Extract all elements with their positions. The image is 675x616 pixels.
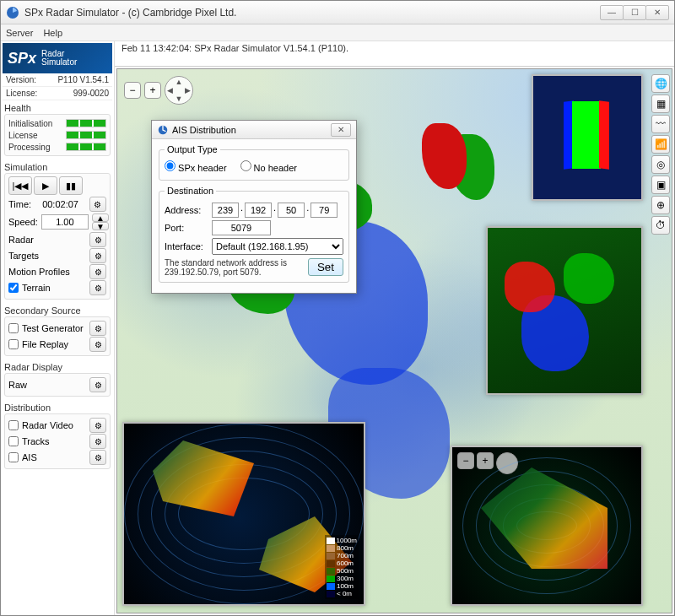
dialog-close-button[interactable]: ✕ [331, 123, 351, 137]
license-label: License: [6, 89, 37, 98]
sim-radar-config[interactable]: ⚙ [89, 232, 106, 247]
display-raw-label: Raw [8, 380, 27, 390]
health-init: Initialisation [8, 119, 52, 128]
inset-target-view[interactable] [532, 74, 643, 201]
dist-ais-label: AIS [22, 452, 37, 462]
time-label: Time: [8, 199, 31, 209]
sim-radar-label: Radar [8, 235, 34, 245]
speed-label: Speed: [8, 217, 38, 227]
output-type-group: Output Type SPx header No header [159, 144, 349, 181]
replay-check[interactable] [8, 339, 19, 349]
time-value: 00:02:07 [42, 199, 78, 209]
dist-video-label: Radar Video [22, 420, 73, 430]
speed-down-button[interactable]: ▼ [92, 222, 109, 230]
layers-icon[interactable]: ▦ [651, 95, 670, 113]
radar-icon[interactable]: ◎ [651, 155, 670, 174]
dist-title: Distribution [3, 400, 112, 413]
testgen-check[interactable] [8, 323, 19, 333]
elevation-legend: 1000m 800m 700m 600m 500m 300m 100m < 0m [325, 535, 359, 599]
zoom-in-button[interactable]: + [144, 82, 161, 99]
globe-icon[interactable]: 🌐 [651, 74, 670, 93]
app-window: SPx Radar Simulator - (c) Cambridge Pixe… [0, 0, 675, 616]
replay-config[interactable]: ⚙ [89, 337, 106, 352]
menu-help[interactable]: Help [43, 28, 62, 38]
banner-line2: Simulator [41, 58, 77, 67]
testgen-config[interactable]: ⚙ [89, 321, 106, 336]
dist-section: Radar Video⚙ Tracks⚙ AIS⚙ [4, 413, 111, 469]
sim-terrain-check[interactable] [8, 283, 19, 293]
main: Feb 11 13:42:04: SPx Radar Simulator V1.… [115, 41, 674, 615]
dist-tracks-check[interactable] [8, 436, 19, 446]
dist-video-config[interactable]: ⚙ [89, 418, 106, 433]
destination-note: The standard network address is 239.192.… [165, 258, 303, 277]
menu-server[interactable]: Server [6, 28, 33, 38]
play-button[interactable]: ▶ [34, 176, 57, 195]
window-title: SPx Radar Simulator - (c) Cambridge Pixe… [24, 7, 601, 19]
sim-motion-label: Motion Profiles [8, 267, 70, 277]
replay-label: File Replay [22, 339, 68, 349]
dist-ais-config[interactable]: ⚙ [89, 450, 106, 465]
health-title: Health [3, 100, 112, 114]
display-title: Radar Display [3, 359, 112, 373]
inset-ppi-primary[interactable]: 1000m 800m 700m 600m 500m 300m 100m < 0m [122, 422, 365, 606]
display-section: Raw⚙ [4, 373, 111, 397]
sim-targets-label: Targets [8, 251, 39, 261]
dialog-icon [157, 124, 169, 136]
testgen-label: Test Generator [22, 323, 84, 333]
port-input[interactable] [212, 220, 271, 235]
sim-motion-config[interactable]: ⚙ [89, 264, 106, 279]
close-button[interactable]: ✕ [645, 5, 669, 20]
map-area[interactable]: − + ▲▼▶◀ 🌐 ▦ 〰 📶 ◎ ▣ ⊕ ⏱ [116, 68, 672, 613]
maximize-button[interactable]: ☐ [623, 5, 646, 20]
ppi2-zoom-in[interactable]: + [477, 452, 494, 469]
dialog-title: AIS Distribution [172, 125, 332, 135]
sidebar: SPx Radar Simulator Version: P110 V1.54.… [1, 41, 115, 615]
bounds-icon[interactable]: ▣ [651, 176, 670, 194]
path-icon[interactable]: 〰 [651, 115, 670, 133]
wifi-icon[interactable]: 📶 [651, 135, 670, 154]
minimize-button[interactable]: — [600, 5, 624, 20]
speed-up-button[interactable]: ▲ [92, 213, 109, 222]
set-button[interactable]: Set [308, 258, 343, 276]
dist-tracks-config[interactable]: ⚙ [89, 434, 106, 449]
version-label: Version: [6, 75, 36, 84]
gauge-icon[interactable]: ⏱ [651, 216, 670, 235]
pause-button[interactable]: ▮▮ [59, 176, 83, 195]
sim-targets-config[interactable]: ⚙ [89, 248, 106, 263]
sim-terrain-config[interactable]: ⚙ [89, 280, 106, 295]
health-license: License [8, 131, 37, 140]
pan-compass[interactable]: ▲▼▶◀ [165, 76, 193, 105]
addr-octet-1[interactable] [212, 203, 239, 218]
display-raw-config[interactable]: ⚙ [89, 377, 106, 392]
destination-group: Destination Address: . . . [159, 186, 349, 283]
log-bar: Feb 11 13:42:04: SPx Radar Simulator V1.… [115, 41, 674, 67]
radio-no-header[interactable]: No header [240, 160, 297, 173]
sim-title: Simulation [3, 159, 112, 173]
addr-octet-3[interactable] [278, 203, 305, 218]
product-banner: SPx Radar Simulator [3, 43, 112, 73]
interface-select[interactable]: Default (192.168.1.95) [212, 238, 343, 255]
address-input: . . . [212, 203, 338, 218]
dist-ais-check[interactable] [8, 452, 19, 462]
time-config-button[interactable]: ⚙ [89, 197, 106, 212]
radio-spx-header[interactable]: SPx header [165, 160, 227, 173]
ppi2-zoom-out[interactable]: − [457, 452, 474, 469]
rewind-button[interactable]: |◀◀ [8, 176, 32, 195]
interface-label: Interface: [165, 241, 207, 251]
output-type-legend: Output Type [165, 144, 220, 154]
inset-terrain-view[interactable] [486, 226, 643, 395]
map-nav-controls: − + ▲▼▶◀ [124, 76, 193, 105]
banner-spx: SPx [8, 50, 36, 68]
sim-section: |◀◀ ▶ ▮▮ Time: 00:02:07 ⚙ Speed: ▲ ▼ [4, 173, 111, 300]
zoom-out-button[interactable]: − [124, 82, 141, 99]
speed-input[interactable] [41, 214, 89, 230]
app-icon [6, 6, 19, 19]
license-value: 999-0020 [73, 89, 109, 98]
dist-video-check[interactable] [8, 420, 19, 430]
target-icon[interactable]: ⊕ [651, 196, 670, 214]
inset-ppi-secondary[interactable]: − + [451, 446, 643, 606]
health-license-status [66, 131, 106, 139]
version-value: P110 V1.54.1 [57, 75, 109, 84]
addr-octet-2[interactable] [245, 203, 272, 218]
addr-octet-4[interactable] [310, 203, 338, 218]
